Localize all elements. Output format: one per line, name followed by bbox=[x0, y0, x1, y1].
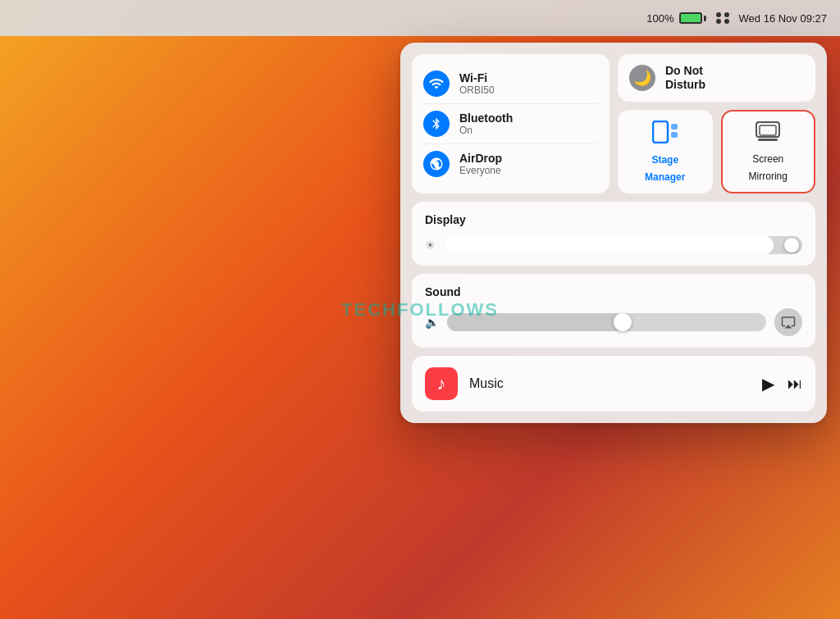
airdrop-name: AirDrop bbox=[459, 152, 502, 165]
svg-rect-5 bbox=[653, 121, 668, 143]
wifi-status: ORBI50 bbox=[459, 84, 495, 96]
top-row: Wi-Fi ORBI50 Bluetooth On bbox=[412, 54, 815, 193]
svg-rect-6 bbox=[671, 124, 678, 130]
airdrop-svg bbox=[429, 157, 444, 171]
dnd-icon: 🌙 bbox=[629, 65, 655, 91]
connectivity-panel: Wi-Fi ORBI50 Bluetooth On bbox=[412, 54, 609, 193]
bluetooth-text: Bluetooth On bbox=[459, 112, 513, 136]
stage-manager-panel[interactable]: Stage Manager bbox=[618, 110, 713, 193]
desktop: 100% Wed 16 Nov 09:27 TECHFOLLOWS bbox=[0, 0, 840, 619]
battery-body bbox=[679, 12, 702, 24]
airdrop-item[interactable]: AirDrop Everyone bbox=[423, 144, 598, 184]
control-center-menu-icon[interactable] bbox=[714, 11, 731, 25]
display-slider-thumb bbox=[784, 238, 799, 253]
wifi-text: Wi-Fi ORBI50 bbox=[459, 71, 495, 96]
stage-label-line1: Stage bbox=[651, 154, 678, 166]
right-column: 🌙 Do Not Disturb bbox=[618, 54, 815, 193]
bluetooth-item[interactable]: Bluetooth On bbox=[423, 104, 598, 144]
dnd-line2: Disturb bbox=[665, 78, 705, 92]
display-title: Display bbox=[425, 213, 802, 226]
stage-manager-icon bbox=[652, 121, 678, 149]
sound-panel: Sound 🔈 bbox=[412, 274, 815, 348]
battery-tip bbox=[704, 16, 706, 21]
svg-point-0 bbox=[716, 12, 721, 17]
wifi-icon-bg bbox=[423, 71, 450, 97]
datetime: Wed 16 Nov 09:27 bbox=[739, 12, 827, 25]
svg-point-1 bbox=[724, 12, 729, 17]
battery-percent: 100% bbox=[646, 12, 673, 25]
dnd-line1: Do Not bbox=[665, 64, 705, 78]
bluetooth-name: Bluetooth bbox=[459, 112, 513, 125]
svg-point-2 bbox=[716, 19, 721, 24]
wifi-name: Wi-Fi bbox=[459, 71, 495, 84]
airdrop-text: AirDrop Everyone bbox=[459, 152, 502, 176]
dnd-panel[interactable]: 🌙 Do Not Disturb bbox=[618, 54, 815, 102]
sound-slider-track[interactable] bbox=[447, 313, 766, 331]
wifi-item[interactable]: Wi-Fi ORBI50 bbox=[423, 64, 598, 104]
music-title: Music bbox=[469, 376, 751, 391]
brightness-icon: ☀ bbox=[425, 239, 436, 252]
skip-button[interactable]: ⏭ bbox=[788, 375, 802, 393]
mirroring-label-line1: Screen bbox=[752, 153, 783, 165]
sound-slider-fill bbox=[447, 313, 623, 331]
airdrop-status: Everyone bbox=[459, 165, 502, 176]
battery-icon bbox=[679, 12, 706, 24]
sound-title: Sound bbox=[425, 285, 802, 298]
stage-label-line2: Manager bbox=[645, 171, 685, 183]
display-slider-row: ☀ bbox=[425, 236, 802, 254]
airplay-button[interactable] bbox=[774, 308, 802, 336]
mirroring-label-line2: Mirroring bbox=[749, 171, 788, 182]
screen-mirroring-icon bbox=[756, 121, 780, 148]
dnd-text: Do Not Disturb bbox=[665, 64, 705, 92]
battery-area: 100% bbox=[646, 12, 705, 25]
svg-rect-9 bbox=[760, 125, 776, 135]
bluetooth-svg bbox=[430, 116, 443, 131]
volume-icon: 🔈 bbox=[425, 316, 439, 329]
music-app-icon: ♪ bbox=[425, 367, 458, 400]
menubar-right: 100% Wed 16 Nov 09:27 bbox=[646, 11, 827, 25]
display-slider-track[interactable] bbox=[444, 236, 802, 254]
sound-slider-row: 🔈 bbox=[425, 308, 802, 336]
play-button[interactable]: ▶ bbox=[762, 374, 774, 394]
display-panel: Display ☀ bbox=[412, 202, 815, 266]
wifi-svg bbox=[429, 76, 444, 91]
bluetooth-icon-bg bbox=[423, 111, 450, 137]
music-panel: ♪ Music ▶ ⏭ bbox=[412, 356, 815, 412]
control-center-panel: Wi-Fi ORBI50 Bluetooth On bbox=[400, 43, 827, 423]
sm-mirroring-row: Stage Manager Screen Mirroring bbox=[618, 110, 815, 193]
bluetooth-status: On bbox=[459, 125, 513, 136]
music-controls: ▶ ⏭ bbox=[762, 374, 802, 394]
sound-slider-thumb bbox=[614, 313, 632, 331]
svg-point-3 bbox=[724, 19, 729, 24]
airdrop-icon-bg bbox=[423, 151, 450, 177]
screen-mirroring-panel[interactable]: Screen Mirroring bbox=[721, 110, 816, 193]
svg-rect-10 bbox=[758, 139, 778, 141]
svg-rect-7 bbox=[671, 132, 678, 138]
menubar: 100% Wed 16 Nov 09:27 bbox=[0, 0, 840, 36]
display-slider-fill bbox=[444, 236, 774, 254]
